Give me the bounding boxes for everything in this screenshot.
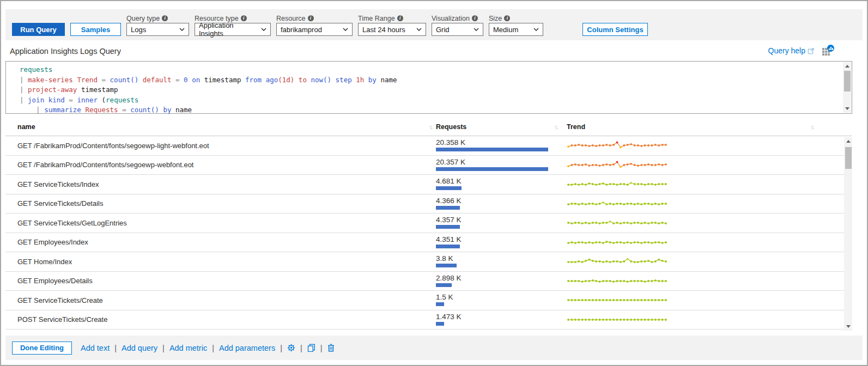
trend-sparkline xyxy=(567,277,667,285)
table-row[interactable]: GET Employees/Index4.351 K xyxy=(5,233,852,253)
done-editing-button[interactable]: Done Editing xyxy=(12,341,72,355)
separator: | xyxy=(114,344,117,352)
table-scrollbar[interactable] xyxy=(844,137,852,331)
label-text: Query type xyxy=(126,15,160,22)
trend-sparkline xyxy=(567,141,667,150)
requests-value: 4.351 K xyxy=(436,235,567,243)
scrollbar-thumb[interactable] xyxy=(845,147,852,169)
footer-link-add-metric[interactable]: Add metric xyxy=(169,344,207,352)
requests-cell: 4.681 K xyxy=(436,175,567,194)
table-row[interactable]: GET ServiceTickets/Details4.366 K xyxy=(5,194,852,214)
scroll-up-icon[interactable] xyxy=(846,140,851,143)
dropdown-query-type[interactable]: Logs xyxy=(126,23,189,36)
info-icon[interactable]: i xyxy=(241,15,247,21)
visualization-grid-icon[interactable] xyxy=(822,46,834,56)
query-help-link[interactable]: Query help xyxy=(768,46,815,55)
table-row[interactable]: GET ServiceTickets/Index4.681 K xyxy=(5,175,852,194)
requests-bar xyxy=(436,245,460,248)
column-header-name[interactable]: name ↑↓ xyxy=(5,123,436,131)
sort-icon[interactable]: ↑↓ xyxy=(554,124,557,130)
table-row[interactable]: GET Home/Index3.8 K xyxy=(5,252,852,272)
table-row[interactable]: GET ServiceTickets/GetLogEntries4.357 K xyxy=(5,213,852,233)
table-row[interactable]: POST ServiceTickets/Create1.473 K xyxy=(5,310,852,330)
trend-sparkline xyxy=(567,257,667,266)
info-icon[interactable]: i xyxy=(504,15,510,21)
name-cell: GET ServiceTickets/GetLogEntries xyxy=(5,213,436,233)
external-link-icon xyxy=(808,47,815,54)
scroll-up-icon[interactable] xyxy=(845,65,849,68)
kql-code[interactable]: requests| make-series Trend = count() de… xyxy=(20,65,839,115)
info-icon[interactable]: i xyxy=(308,15,314,21)
sort-icon[interactable]: ↑↓ xyxy=(429,124,432,130)
requests-value: 3.8 K xyxy=(436,254,567,263)
trend-sparkline xyxy=(567,296,667,304)
chart-badge-icon xyxy=(827,45,834,52)
label-text: Resource xyxy=(276,15,306,22)
dropdown-value: Last 24 hours xyxy=(362,26,405,34)
trend-cell xyxy=(567,272,852,291)
query-toolbar: Run Query Samples Query typeiLogsResourc… xyxy=(5,9,863,40)
trend-cell xyxy=(567,310,852,330)
info-icon[interactable]: i xyxy=(472,15,478,21)
footer-link-add-query[interactable]: Add query xyxy=(122,344,157,352)
trend-sparkline xyxy=(567,180,667,188)
dropdown-resource-type[interactable]: Application Insights xyxy=(195,23,271,36)
code-line: | join kind = inner (requests xyxy=(20,95,839,106)
column-header-trend[interactable]: Trend ↑↓ xyxy=(567,123,852,131)
samples-group: Samples xyxy=(70,14,121,36)
control-group-size: SizeiMedium xyxy=(489,14,543,36)
scroll-down-icon[interactable] xyxy=(845,107,849,110)
control-label: Visualizationi xyxy=(432,14,483,23)
dropdown-resource[interactable]: fabrikamprod xyxy=(276,23,353,36)
control-group-resource: Resourceifabrikamprod xyxy=(276,14,353,36)
control-label: Query typei xyxy=(126,14,189,23)
name-cell: GET /FabrikamProd/Content/fonts/segoewp-… xyxy=(5,156,436,175)
delete-trash-icon[interactable] xyxy=(327,344,335,352)
dropdown-value: Medium xyxy=(493,26,518,34)
requests-bar xyxy=(436,186,462,190)
table-row[interactable]: GET Employees/Details2.898 K xyxy=(5,272,852,291)
name-cell: GET Employees/Details xyxy=(5,272,436,291)
sort-icon[interactable]: ↑↓ xyxy=(810,124,813,130)
column-label: name xyxy=(17,123,35,131)
trend-sparkline xyxy=(567,238,667,247)
name-cell: POST ServiceTickets/Create xyxy=(5,310,436,330)
table-row[interactable]: GET /FabrikamProd/Content/fonts/segoewp-… xyxy=(5,136,852,156)
query-help-label: Query help xyxy=(768,46,805,55)
samples-button[interactable]: Samples xyxy=(70,23,121,36)
table-row[interactable]: GET /FabrikamProd/Content/fonts/segoewp-… xyxy=(5,156,852,175)
code-line: requests xyxy=(20,65,839,75)
workbook-query-step: Run Query Samples Query typeiLogsResourc… xyxy=(0,0,868,366)
separator: | xyxy=(300,344,302,352)
requests-bar xyxy=(436,283,452,287)
scroll-down-icon[interactable] xyxy=(846,325,851,328)
trend-sparkline xyxy=(567,315,667,324)
run-query-button[interactable]: Run Query xyxy=(12,23,65,36)
editor-scrollbar[interactable] xyxy=(843,62,851,113)
column-settings-button[interactable]: Column Settings xyxy=(582,23,648,36)
clone-icon[interactable] xyxy=(307,344,315,352)
trend-cell xyxy=(567,136,852,155)
column-header-requests[interactable]: Requests ↑↓ xyxy=(436,123,567,131)
requests-value: 4.681 K xyxy=(436,177,567,185)
info-icon[interactable]: i xyxy=(397,15,403,21)
table-row[interactable]: GET ServiceTickets/Create1.5 K xyxy=(5,291,852,310)
footer-link-add-text[interactable]: Add text xyxy=(81,344,110,352)
requests-cell: 20.358 K xyxy=(436,136,567,155)
dropdown-time-range[interactable]: Last 24 hours xyxy=(358,23,426,36)
requests-value: 1.5 K xyxy=(436,293,567,301)
dropdown-size[interactable]: Medium xyxy=(489,23,543,36)
requests-cell: 4.366 K xyxy=(436,194,567,213)
info-icon[interactable]: i xyxy=(162,15,168,21)
scrollbar-thumb[interactable] xyxy=(844,71,851,91)
code-line: | make-series Trend = count() default = … xyxy=(20,75,839,86)
kql-query-editor[interactable]: requests| make-series Trend = count() de… xyxy=(5,61,852,114)
grid-header-row: name ↑↓ Requests ↑↓ Trend ↑↓ xyxy=(5,118,852,136)
results-grid: name ↑↓ Requests ↑↓ Trend ↑↓ GET /Fabrik… xyxy=(5,118,852,331)
footer-link-add-parameters[interactable]: Add parameters xyxy=(219,344,275,352)
settings-gear-icon[interactable] xyxy=(287,344,295,352)
name-cell: GET Employees/Index xyxy=(5,233,436,252)
control-label: Time Rangei xyxy=(358,14,426,23)
dropdown-visualization[interactable]: Grid xyxy=(432,23,483,36)
trend-sparkline xyxy=(567,199,667,208)
